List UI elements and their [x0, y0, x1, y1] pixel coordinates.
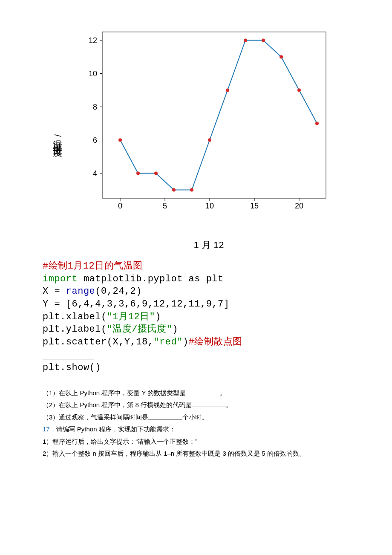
svg-point-31 — [297, 89, 301, 92]
string: "1月12日" — [107, 312, 156, 322]
code-line-2: import matplotlib.pyplot as plt — [43, 273, 349, 286]
string: "温度/摄氏度" — [107, 324, 173, 335]
assign: X = — [43, 286, 66, 297]
string: "red" — [153, 337, 183, 347]
blank — [186, 395, 220, 395]
q2-post: 。 — [226, 401, 232, 408]
q17-num: 17． — [43, 425, 56, 433]
q3-text: （3）通过观察，气温采样间隔时间是 — [43, 413, 148, 421]
svg-point-32 — [315, 122, 319, 125]
q3-post: 个小时。 — [182, 413, 208, 421]
chart-xlabel: 1 月 12 — [51, 239, 341, 251]
svg-rect-0 — [102, 32, 326, 198]
svg-text:0: 0 — [118, 202, 122, 210]
svg-text:5: 5 — [163, 202, 167, 210]
code-line-7: plt.scatter(X,Y,18,"red")#绘制散点图 — [43, 336, 349, 349]
q17-2: 2）输入一个整数 n 按回车后，程序输出从 1–n 所有整数中既是 3 的倍数又… — [43, 450, 306, 457]
plt-xlabel: plt.xlabel( — [43, 312, 107, 322]
comment: #绘制1月12日的气温图 — [43, 261, 143, 272]
q17-text: 请编写 Python 程序，实现如下功能需求： — [56, 425, 176, 433]
comment: #绘制散点图 — [189, 337, 242, 347]
paren: ) — [172, 324, 178, 335]
q1-text: （1）在以上 Python 程序中，变量 Y 的数据类型是 — [43, 389, 186, 396]
q17-1: 1）程序运行后，给出文字提示：“请输入一个正整数：” — [43, 438, 197, 445]
q1-post: 。 — [220, 389, 226, 396]
blank-line — [43, 359, 94, 360]
chart-svg: 051015204681012 — [77, 26, 332, 222]
question-17-sub2: 2）输入一个整数 n 按回车后，程序输出从 1–n 所有整数中既是 3 的倍数又… — [43, 448, 349, 460]
svg-text:15: 15 — [250, 202, 259, 210]
question-2: （2）在以上 Python 程序中，第 8 行横线处的代码是。 — [43, 399, 349, 411]
chart-plot-area: 051015204681012 — [77, 26, 332, 222]
paren: ) — [155, 312, 161, 322]
question-1: （1）在以上 Python 程序中，变量 Y 的数据类型是。 — [43, 387, 349, 399]
code-rest: matplotlib.pyplot as plt — [78, 274, 224, 284]
svg-text:10: 10 — [89, 69, 97, 78]
question-17: 17．请编写 Python 程序，实现如下功能需求： — [43, 423, 349, 436]
blank — [192, 407, 226, 407]
svg-text:20: 20 — [295, 202, 303, 210]
svg-point-25 — [190, 188, 193, 192]
ylabel-container: 温度/摄氏度 — [51, 133, 64, 140]
svg-point-27 — [226, 89, 229, 92]
svg-text:4: 4 — [93, 169, 97, 178]
code-line-3: X = range(0,24,2) — [43, 285, 349, 298]
svg-text:6: 6 — [93, 136, 97, 145]
keyword-import: import — [43, 274, 78, 284]
svg-point-30 — [280, 55, 283, 59]
svg-point-26 — [208, 139, 211, 142]
y-assign: Y = [6,4,4,3,3,6,9,12,12,11,9,7] — [43, 299, 229, 309]
plt-show: plt.show() — [43, 362, 101, 373]
paren: ) — [183, 337, 189, 347]
chart-container: 温度/摄氏度 051015204681012 1 月 12 — [51, 26, 341, 247]
question-3: （3）通过观察，气温采样间隔时间是个小时。 — [43, 411, 349, 424]
svg-point-28 — [244, 39, 247, 42]
question-17-sub1: 1）程序运行后，给出文字提示：“请输入一个正整数：” — [43, 436, 349, 448]
plt-ylabel: plt.ylabel( — [43, 324, 107, 335]
code-line-8-blank — [43, 349, 349, 361]
svg-text:8: 8 — [93, 103, 97, 111]
code-line-1: #绘制1月12日的气温图 — [43, 260, 349, 273]
code-line-5: plt.xlabel("1月12日") — [43, 311, 349, 324]
svg-text:10: 10 — [205, 202, 214, 210]
args: (0,24,2) — [95, 286, 142, 297]
svg-text:12: 12 — [89, 36, 97, 45]
svg-point-24 — [172, 188, 176, 192]
code-block: #绘制1月12日的气温图 import matplotlib.pyplot as… — [43, 260, 349, 374]
q2-text: （2）在以上 Python 程序中，第 8 行横线处的代码是 — [43, 401, 192, 408]
svg-point-22 — [136, 172, 140, 175]
func-range: range — [66, 286, 95, 297]
code-line-4: Y = [6,4,4,3,3,6,9,12,12,11,9,7] — [43, 298, 349, 311]
questions-block: （1）在以上 Python 程序中，变量 Y 的数据类型是。 （2）在以上 Py… — [43, 387, 349, 460]
svg-point-23 — [154, 172, 158, 175]
code-line-6: plt.ylabel("温度/摄氏度") — [43, 323, 349, 336]
svg-point-29 — [262, 39, 265, 42]
blank — [148, 419, 182, 419]
chart-ylabel: 温度/摄氏度 — [51, 133, 64, 140]
plt-scatter: plt.scatter(X,Y,18, — [43, 337, 153, 347]
svg-point-21 — [118, 139, 122, 142]
code-line-9: plt.show() — [43, 361, 349, 374]
